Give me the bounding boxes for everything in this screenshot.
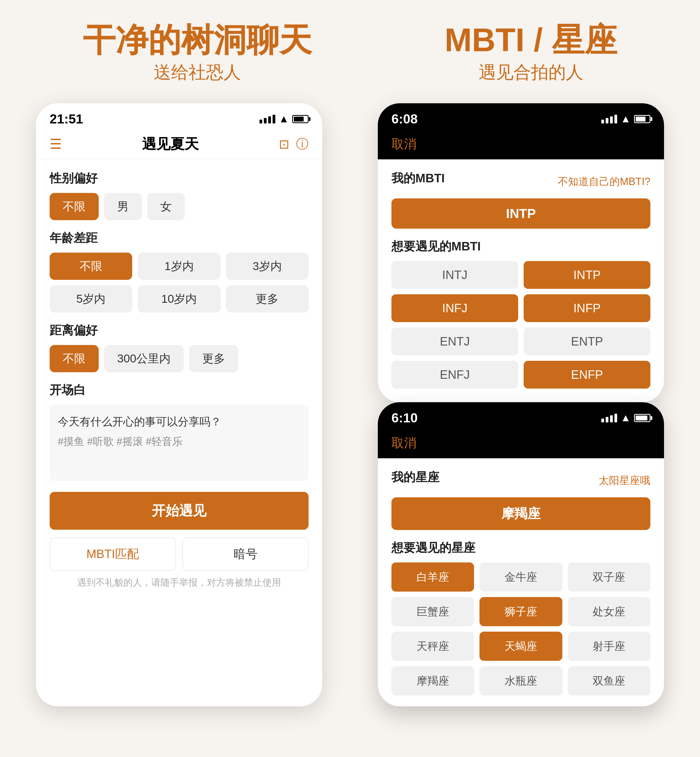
nav-bar-mbti: 取消 MBTI匹配 (378, 129, 664, 159)
my-star-row: 我的星座 太阳星座哦 (391, 469, 650, 492)
opening-box[interactable]: 今天有什么开心的事可以分享吗？ #摸鱼 #听歌 #摇滚 #轻音乐 (50, 405, 309, 481)
star-btn-3[interactable]: 巨蟹座 (391, 597, 474, 626)
wifi-icon: ▲ (278, 113, 289, 125)
status-icons-mbti: ▲ (601, 113, 650, 125)
nav-bar-star: 取消 星座匹配 (378, 428, 664, 458)
star-btn-7[interactable]: 天蝎座 (480, 632, 562, 661)
info-icon[interactable]: ⓘ (296, 136, 309, 153)
content-mbti: 我的MBTI 不知道自己的MBTI? INTP 想要遇见的MBTI INTJ I… (378, 159, 664, 402)
gender-btn-2[interactable]: 女 (147, 193, 185, 220)
star-grid: 白羊座 金牛座 双子座 巨蟹座 狮子座 处女座 天秤座 天蝎座 射手座 摩羯座 … (391, 562, 650, 695)
distance-btn-2[interactable]: 更多 (189, 345, 238, 372)
status-bar-star: 6:10 ▲ (378, 402, 664, 428)
age-btn-2[interactable]: 3岁内 (226, 253, 309, 280)
cancel-button-star[interactable]: 取消 (391, 435, 417, 451)
gender-btn-1[interactable]: 男 (104, 193, 142, 220)
image-icon[interactable]: ⊡ (279, 137, 289, 151)
my-mbti-value[interactable]: INTP (391, 198, 650, 229)
phones-row: 21:51 ▲ ☰ 遇见夏天 ⊡ ⓘ (16, 103, 684, 706)
right-header: MBTI / 星座 遇见合拍的人 (445, 22, 617, 84)
age-btn-3[interactable]: 5岁内 (50, 285, 132, 312)
status-time-star: 6:10 (391, 410, 417, 425)
opening-text: 今天有什么开心的事可以分享吗？ (58, 413, 300, 430)
mbti-btn-2[interactable]: INFJ (391, 294, 518, 322)
nav-title-star: 星座匹配 (494, 434, 551, 453)
content-star: 我的星座 太阳星座哦 摩羯座 想要遇见的星座 白羊座 金牛座 双子座 巨蟹座 狮… (378, 458, 664, 706)
mbti-grid: INTJ INTP INFJ INFP ENTJ ENTP ENFJ ENFP (391, 261, 650, 389)
want-mbti-label: 想要遇见的MBTI (391, 239, 650, 254)
footer-note: 遇到不礼貌的人，请随手举报，对方将被禁止使用 (50, 576, 309, 589)
mbti-btn-7[interactable]: ENFP (523, 361, 650, 389)
signal-icon-star (601, 414, 617, 422)
age-label: 年龄差距 (50, 230, 309, 246)
my-mbti-row: 我的MBTI 不知道自己的MBTI? (391, 170, 650, 193)
want-star-label: 想要遇见的星座 (391, 540, 650, 556)
status-time-left: 21:51 (50, 111, 83, 126)
star-btn-6[interactable]: 天秤座 (391, 632, 474, 661)
my-star-value[interactable]: 摩羯座 (391, 497, 650, 530)
opening-tags: #摸鱼 #听歌 #摇滚 #轻音乐 (58, 435, 300, 448)
age-btn-0[interactable]: 不限 (50, 253, 132, 280)
star-btn-10[interactable]: 水瓶座 (480, 666, 562, 695)
nav-title-left: 遇见夏天 (142, 134, 199, 154)
mbti-btn-1[interactable]: INTP (523, 261, 650, 289)
distance-label: 距离偏好 (50, 322, 309, 339)
mbti-btn-4[interactable]: ENTJ (391, 328, 518, 355)
star-btn-8[interactable]: 射手座 (568, 632, 650, 661)
signal-icon-mbti (601, 115, 617, 123)
age-options: 不限 1岁内 3岁内 5岁内 10岁内 更多 (50, 253, 309, 312)
header-row: 干净的树洞聊天 送给社恐人 MBTI / 星座 遇见合拍的人 (16, 22, 684, 84)
star-btn-0[interactable]: 白羊座 (391, 562, 474, 592)
star-hint: 太阳星座哦 (598, 474, 650, 487)
code-button[interactable]: 暗号 (182, 537, 309, 571)
left-header: 干净的树洞聊天 送给社恐人 (83, 22, 312, 84)
start-button[interactable]: 开始遇见 (50, 492, 309, 530)
status-bar-mbti: 6:08 ▲ (378, 103, 664, 129)
cancel-button-mbti[interactable]: 取消 (391, 136, 417, 153)
gender-options: 不限 男 女 (50, 193, 309, 220)
my-star-label: 我的星座 (391, 469, 439, 485)
nav-icons-right: ⊡ ⓘ (279, 136, 309, 153)
star-btn-1[interactable]: 金牛座 (480, 562, 562, 592)
battery-icon-mbti (634, 115, 650, 123)
mbti-hint[interactable]: 不知道自己的MBTI? (558, 175, 650, 189)
star-btn-9[interactable]: 摩羯座 (391, 666, 474, 695)
nav-title-mbti: MBTI匹配 (491, 134, 554, 154)
status-time-mbti: 6:08 (391, 111, 417, 126)
gender-btn-0[interactable]: 不限 (50, 193, 99, 220)
battery-icon-star (634, 414, 650, 422)
wifi-icon-mbti: ▲ (620, 113, 631, 125)
battery-icon (292, 115, 309, 123)
status-icons-star: ▲ (601, 412, 650, 424)
signal-icon (259, 115, 275, 123)
status-icons-left: ▲ (259, 113, 309, 125)
mbti-btn-0[interactable]: INTJ (391, 261, 518, 289)
hamburger-icon[interactable]: ☰ (50, 136, 62, 152)
phone-star: 6:10 ▲ 取消 星座匹配 (378, 402, 664, 706)
age-btn-4[interactable]: 10岁内 (138, 285, 220, 312)
opening-label: 开场白 (50, 382, 309, 398)
status-bar-left: 21:51 ▲ (36, 103, 322, 129)
phone-left: 21:51 ▲ ☰ 遇见夏天 ⊡ ⓘ (36, 103, 322, 706)
star-btn-11[interactable]: 双鱼座 (568, 666, 650, 695)
phone-right-stack: 6:08 ▲ 取消 MBTI匹配 (378, 103, 664, 706)
wifi-icon-star: ▲ (620, 412, 631, 424)
star-btn-4[interactable]: 狮子座 (480, 597, 562, 626)
age-btn-1[interactable]: 1岁内 (138, 253, 220, 280)
mbti-btn-5[interactable]: ENTP (523, 328, 650, 355)
age-btn-5[interactable]: 更多 (226, 285, 309, 312)
distance-btn-0[interactable]: 不限 (50, 345, 99, 372)
content-left: 性别偏好 不限 男 女 年龄差距 不限 1岁内 3岁内 5岁内 10岁内 更多 … (36, 159, 322, 600)
mbti-btn-3[interactable]: INFP (523, 294, 650, 322)
star-btn-5[interactable]: 处女座 (568, 597, 650, 626)
distance-btn-1[interactable]: 300公里内 (104, 345, 184, 372)
mbti-btn-6[interactable]: ENFJ (391, 361, 518, 389)
left-header-title: 干净的树洞聊天 (83, 22, 312, 58)
left-header-subtitle: 送给社恐人 (83, 61, 312, 84)
right-header-title: MBTI / 星座 (445, 22, 617, 58)
gender-label: 性别偏好 (50, 170, 309, 186)
my-mbti-label: 我的MBTI (391, 170, 445, 186)
star-btn-2[interactable]: 双子座 (568, 562, 650, 592)
bottom-buttons: MBTI匹配 暗号 (50, 537, 309, 571)
mbti-button[interactable]: MBTI匹配 (50, 537, 176, 571)
